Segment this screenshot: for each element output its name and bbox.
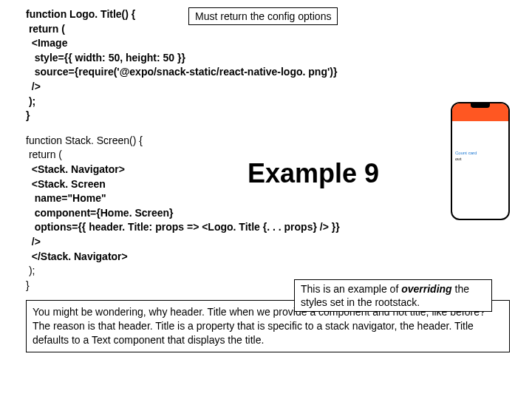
code-line: ); <box>26 264 510 279</box>
override-text-1: This is an example of <box>301 283 401 295</box>
code-line: /> <box>26 80 510 95</box>
phone-text-link: Count card <box>455 151 505 157</box>
code-line: function Stack. Screen() { <box>26 134 510 149</box>
code-line: ); <box>26 95 510 109</box>
code-line: component={Home. Screen} <box>26 206 510 221</box>
code-line: source={require('@expo/snack-static/reac… <box>26 65 510 80</box>
phone-notch <box>471 103 490 108</box>
phone-preview: Count card out <box>451 102 510 220</box>
callout-return-config: Must return the config options <box>188 7 338 25</box>
callout-text: Must return the config options <box>195 10 331 22</box>
phone-header-bar <box>452 114 508 121</box>
code-line: style={{ width: 50, height: 50 }} <box>26 51 510 66</box>
phone-screen-body: Count card out <box>452 121 508 166</box>
code-line: options={{ header. Title: props => <Logo… <box>26 220 510 235</box>
phone-statusbar <box>452 103 508 114</box>
code-line: } <box>26 109 510 123</box>
phone-text: out <box>455 157 505 163</box>
slide-content: function Logo. Title() { return ( <Image… <box>26 7 510 352</box>
code-line: name="Home" <box>26 191 510 206</box>
code-line: <Image <box>26 36 510 51</box>
override-text-emph: overriding <box>401 283 451 295</box>
example-heading: Example 9 <box>248 158 379 189</box>
code-line: /> <box>26 235 510 250</box>
code-line: </Stack. Navigator> <box>26 250 510 265</box>
callout-override: This is an example of overriding the sty… <box>294 279 492 312</box>
